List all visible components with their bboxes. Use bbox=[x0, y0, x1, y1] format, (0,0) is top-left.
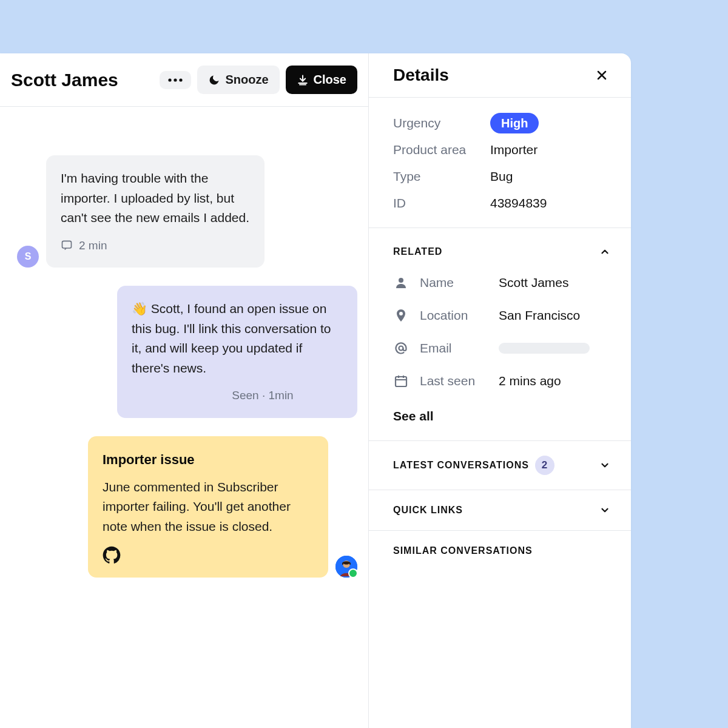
message-text: 👋 Scott, I found an open issue on this b… bbox=[132, 299, 343, 378]
section-heading: Latest conversations bbox=[393, 460, 529, 471]
details-title: Details bbox=[393, 66, 449, 85]
latest-conversations-section[interactable]: Latest conversations 2 bbox=[369, 441, 631, 490]
app-window: Scott James Z Snooze Close S I'm having … bbox=[0, 53, 631, 728]
see-all-link[interactable]: See all bbox=[393, 406, 610, 423]
related-heading-row[interactable]: Related bbox=[393, 246, 610, 257]
related-email: Email bbox=[393, 341, 610, 356]
svg-point-2 bbox=[180, 78, 183, 81]
svg-point-1 bbox=[174, 78, 177, 81]
snooze-button[interactable]: Z Snooze bbox=[197, 66, 279, 94]
ellipsis-icon bbox=[168, 78, 183, 82]
close-button[interactable]: Close bbox=[286, 66, 357, 94]
person-icon bbox=[393, 275, 409, 290]
related-label: Last seen bbox=[420, 374, 488, 388]
svg-point-7 bbox=[399, 278, 403, 283]
customer-message[interactable]: I'm having trouble with the importer. I … bbox=[46, 155, 265, 268]
details-attributes: Urgency High Product area Importer Type … bbox=[369, 98, 631, 228]
related-label: Name bbox=[420, 275, 488, 290]
more-button[interactable] bbox=[160, 71, 191, 89]
customer-name: Scott James bbox=[11, 70, 118, 90]
related-value: Scott James bbox=[499, 275, 569, 290]
attr-label: ID bbox=[393, 196, 490, 211]
attr-label: Product area bbox=[393, 143, 490, 157]
message-row-customer: S I'm having trouble with the importer. … bbox=[17, 155, 357, 268]
message-text: I'm having trouble with the importer. I … bbox=[61, 169, 250, 228]
attr-label: Urgency bbox=[393, 116, 490, 130]
attr-value[interactable]: Bug bbox=[490, 169, 513, 184]
agent-message[interactable]: 👋 Scott, I found an open issue on this b… bbox=[117, 286, 357, 418]
related-name: Name Scott James bbox=[393, 275, 610, 290]
attr-id: ID 43894839 bbox=[393, 196, 610, 211]
related-heading: Related bbox=[393, 246, 442, 257]
conversation-count-badge: 2 bbox=[535, 456, 554, 475]
reply-icon bbox=[61, 239, 73, 251]
note-card[interactable]: Importer issue June commented in Subscri… bbox=[88, 436, 328, 578]
message-row-note: Importer issue June commented in Subscri… bbox=[17, 436, 357, 578]
conversation-header: Scott James Z Snooze Close bbox=[0, 53, 368, 107]
attr-value[interactable]: 43894839 bbox=[490, 196, 547, 211]
snooze-label: Snooze bbox=[225, 73, 268, 87]
attr-value[interactable]: Importer bbox=[490, 143, 538, 157]
details-header: Details bbox=[369, 53, 631, 98]
attr-type: Type Bug bbox=[393, 169, 610, 184]
section-heading: Quick links bbox=[393, 505, 463, 516]
close-label: Close bbox=[314, 73, 346, 87]
related-location: Location San Francisco bbox=[393, 308, 610, 323]
related-label: Location bbox=[420, 308, 488, 323]
location-icon bbox=[393, 308, 409, 323]
svg-rect-9 bbox=[396, 377, 406, 386]
customer-avatar: S bbox=[17, 246, 39, 268]
related-section: Related Name Scott James Location San Fr… bbox=[369, 228, 631, 441]
message-status: Seen · 1min bbox=[132, 386, 394, 404]
svg-point-0 bbox=[169, 78, 172, 81]
chevron-up-icon bbox=[599, 246, 610, 257]
related-value: 2 mins ago bbox=[499, 374, 561, 388]
at-icon bbox=[393, 341, 409, 356]
related-body: Name Scott James Location San Francisco … bbox=[393, 257, 610, 423]
chevron-down-icon bbox=[599, 460, 610, 471]
quick-links-section[interactable]: Quick links bbox=[369, 490, 631, 531]
attr-urgency: Urgency High bbox=[393, 116, 610, 130]
calendar-icon bbox=[393, 374, 409, 388]
details-panel: Details Urgency High Product area Import… bbox=[369, 53, 631, 728]
urgency-pill[interactable]: High bbox=[490, 113, 539, 133]
conversation-panel: Scott James Z Snooze Close S I'm having … bbox=[0, 53, 369, 728]
note-title: Importer issue bbox=[103, 450, 314, 470]
conversation-body: S I'm having trouble with the importer. … bbox=[0, 107, 368, 590]
related-value: San Francisco bbox=[499, 308, 580, 323]
note-source bbox=[103, 546, 314, 564]
email-placeholder bbox=[499, 343, 590, 354]
chevron-down-icon bbox=[599, 505, 610, 516]
related-label: Email bbox=[420, 341, 488, 356]
close-archive-icon bbox=[297, 74, 309, 86]
attr-product-area: Product area Importer bbox=[393, 143, 610, 157]
details-close-button[interactable] bbox=[593, 67, 610, 84]
close-icon bbox=[597, 70, 607, 80]
message-row-agent: 👋 Scott, I found an open issue on this b… bbox=[17, 286, 357, 418]
svg-text:Z: Z bbox=[213, 75, 215, 79]
section-heading: Similar conversations bbox=[393, 545, 533, 556]
related-lastseen: Last seen 2 mins ago bbox=[393, 374, 610, 388]
github-icon[interactable] bbox=[103, 546, 121, 564]
svg-rect-4 bbox=[62, 241, 72, 249]
message-meta: 2 min bbox=[61, 237, 250, 254]
message-time: 2 min bbox=[79, 237, 107, 254]
similar-conversations-section[interactable]: Similar conversations bbox=[369, 531, 631, 571]
note-text: June commented in Subscriber importer fa… bbox=[103, 477, 314, 537]
snooze-icon: Z bbox=[208, 74, 220, 86]
agent-avatar bbox=[335, 556, 357, 578]
attr-label: Type bbox=[393, 169, 490, 184]
